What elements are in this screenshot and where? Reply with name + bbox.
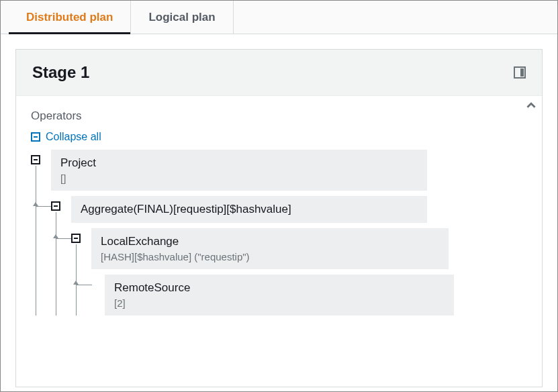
scroll-up-icon[interactable] — [524, 99, 538, 112]
toggle-panel-icon[interactable] — [514, 66, 526, 79]
tree-node: Project [] Aggregate(FINAL)[requestip][$… — [31, 150, 527, 315]
tab-distributed-label: Distributed plan — [26, 11, 113, 23]
stage-panel: Stage 1 Operators Collapse all — [15, 49, 543, 387]
node-title: RemoteSource — [114, 281, 445, 295]
plan-tabs: Distributed plan Logical plan — [1, 1, 557, 34]
node-box[interactable]: Aggregate(FINAL)[requestip][$hashvalue] — [71, 196, 427, 223]
minus-icon — [51, 201, 60, 211]
collapse-all-row[interactable]: Collapse all — [31, 131, 527, 143]
tab-logical-label: Logical plan — [148, 11, 215, 23]
tab-logical-plan[interactable]: Logical plan — [131, 1, 233, 34]
minus-icon — [31, 155, 40, 164]
node-box[interactable]: Project [] — [51, 150, 427, 191]
node-box[interactable]: RemoteSource [2] — [105, 275, 454, 315]
stage-title: Stage 1 — [32, 63, 89, 82]
node-title: LocalExchange — [101, 235, 439, 248]
minus-icon — [71, 234, 81, 243]
node-sub: [HASH][$hashvalue] ("requestip") — [101, 251, 439, 262]
tree-node: Aggregate(FINAL)[requestip][$hashvalue] — [51, 196, 527, 315]
node-title: Aggregate(FINAL)[requestip][$hashvalue] — [81, 203, 418, 216]
tree-node: LocalExchange [HASH][$hashvalue] ("reque… — [71, 228, 527, 315]
node-toggle[interactable] — [71, 234, 81, 243]
collapse-all-icon — [31, 132, 40, 142]
operators-label: Operators — [31, 109, 527, 123]
node-box[interactable]: LocalExchange [HASH][$hashvalue] ("reque… — [91, 228, 449, 269]
node-toggle[interactable] — [51, 201, 60, 211]
tree-node: RemoteSource [2] — [91, 275, 527, 315]
node-toggle[interactable] — [31, 155, 40, 164]
node-title: Project — [60, 156, 418, 170]
stage-header: Stage 1 — [16, 50, 542, 96]
collapse-all-link[interactable]: Collapse all — [46, 131, 101, 143]
node-sub: [] — [60, 173, 418, 184]
stage-body: Operators Collapse all Project [] — [16, 96, 542, 387]
tab-distributed-plan[interactable]: Distributed plan — [9, 1, 131, 34]
node-sub: [2] — [114, 297, 445, 309]
operator-tree: Project [] Aggregate(FINAL)[requestip][$… — [31, 150, 527, 322]
